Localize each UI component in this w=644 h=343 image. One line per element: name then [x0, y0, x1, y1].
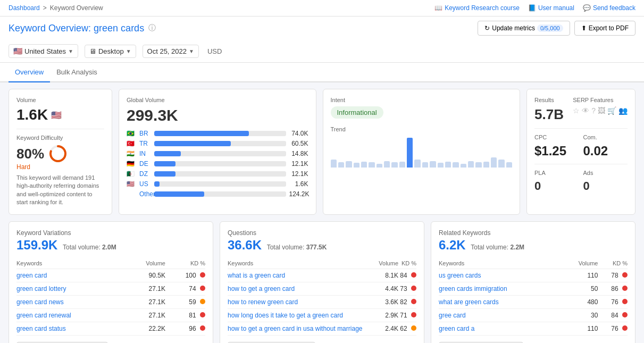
- trend-bar: [331, 160, 337, 168]
- keyword-variations-section: Keyword Variations 159.9K Total volume: …: [9, 221, 213, 343]
- global-volume-value: 299.3K: [127, 106, 308, 124]
- keyword-link[interactable]: green cards immigration: [439, 285, 507, 292]
- breadcrumb-dashboard[interactable]: Dashboard: [9, 4, 40, 12]
- tab-bar: Overview Bulk Analysis: [0, 63, 644, 82]
- keyword-link[interactable]: green card status: [16, 325, 66, 332]
- table-row: green card renewal 27.1K 81: [16, 308, 205, 322]
- kv-table: Keywords Volume KD % green card 90.5K 10…: [16, 258, 205, 336]
- date-filter[interactable]: Oct 25, 2022 ▼: [143, 45, 199, 58]
- table-row: how to get a green card 4.4K 73: [228, 282, 416, 295]
- intent-badge: Informational: [331, 106, 383, 119]
- trend-bar: [422, 162, 428, 168]
- keyword-link[interactable]: gree card: [439, 312, 466, 319]
- desktop-icon: 🖥: [89, 47, 96, 55]
- kd-dot: [200, 272, 205, 278]
- intent-trend-card: Intent Informational Trend: [323, 89, 521, 215]
- keyword-cell: green card a: [439, 322, 563, 335]
- volume-cell: 50: [563, 282, 598, 295]
- chevron-down-icon: ▼: [189, 48, 194, 54]
- kv-count: 159.9K: [16, 238, 57, 252]
- com-value: 0.02: [583, 144, 628, 158]
- trend-bar: [338, 162, 344, 168]
- update-metrics-button[interactable]: ↻ Update metrics 0/5,000: [478, 21, 570, 36]
- star-icon: ☆: [573, 106, 580, 115]
- keyword-link[interactable]: green card: [16, 272, 47, 279]
- kd-dot: [411, 286, 416, 291]
- keyword-cell: us green cards: [439, 269, 563, 282]
- download-icon: ⬆: [581, 24, 587, 32]
- rk-total-label: Total volume: 2.2M: [471, 244, 524, 251]
- user-manual-link[interactable]: 📘 User manual: [528, 4, 574, 12]
- country-filter[interactable]: 🇺🇸 United States ▼: [9, 44, 78, 58]
- send-feedback-link[interactable]: 💬 Send feedback: [583, 4, 635, 12]
- device-filter[interactable]: 🖥 Desktop ▼: [85, 45, 136, 58]
- bar-row: 🇩🇿 DZ 12.1K: [127, 170, 308, 178]
- keyword-cell: green card lottery: [16, 282, 126, 295]
- breadcrumb-current: Keyword Overview: [50, 4, 103, 12]
- trend-bar: [377, 164, 382, 168]
- table-row: us green cards 110 78: [439, 269, 628, 282]
- keyword-link[interactable]: green card a: [439, 325, 474, 332]
- keyword-link[interactable]: how to renew green card: [228, 298, 298, 306]
- keyword-link[interactable]: how long does it take to get a green car…: [228, 312, 343, 319]
- bar-code: US: [139, 180, 151, 188]
- keyword-link[interactable]: what is a green card: [228, 272, 285, 279]
- kd-cell: 78: [598, 269, 628, 282]
- bar-fill: [154, 171, 175, 177]
- table-row: how to get a green card in usa without m…: [228, 322, 416, 335]
- kv-total-label: Total volume: 2.0M: [63, 244, 116, 251]
- chevron-down-icon: ▼: [68, 48, 73, 54]
- kd-cell: 59: [165, 295, 205, 308]
- bar-flag: 🇩🇪: [127, 160, 136, 168]
- trend-label: Trend: [331, 126, 513, 132]
- export-pdf-button[interactable]: ⬆ Export to PDF: [574, 21, 635, 36]
- ads-section: Ads 0: [583, 170, 628, 193]
- q-count: 36.6K: [228, 238, 262, 252]
- trend-bar: [346, 161, 352, 168]
- info-icon[interactable]: ⓘ: [148, 23, 156, 33]
- global-volume-card: Global Volume 299.3K 🇧🇷 BR 74.0K 🇹🇷 TR 6…: [119, 89, 316, 215]
- keyword-cell: how to get a green card in usa without m…: [228, 322, 377, 335]
- keyword-link[interactable]: how to get a green card in usa without m…: [228, 325, 362, 332]
- tab-overview[interactable]: Overview: [9, 63, 50, 82]
- keyword-research-course-link[interactable]: 📖 Keyword Research course: [434, 4, 520, 12]
- com-section: Com. 0.02: [583, 134, 628, 158]
- tab-bulk-analysis[interactable]: Bulk Analysis: [50, 63, 104, 82]
- page-header: Keyword Overview: green cards ⓘ ↻ Update…: [0, 16, 644, 40]
- bar-row: 🇧🇷 BR 74.0K: [127, 130, 308, 137]
- table-row: how to renew green card 3.6K 82: [228, 295, 416, 308]
- keyword-link[interactable]: green card news: [16, 298, 64, 306]
- kd-dot: [200, 299, 205, 304]
- keyword-link[interactable]: us green cards: [439, 272, 481, 279]
- volume-cell: 27.1K: [126, 308, 165, 322]
- kd-cell: 81: [165, 308, 205, 322]
- shopping-icon: 🛒: [607, 106, 616, 115]
- trend-bar: [468, 161, 474, 168]
- trend-bar: [475, 162, 481, 168]
- refresh-icon: ↻: [484, 24, 490, 32]
- page-title: Keyword Overview: green cards: [9, 23, 144, 34]
- bar-bg: [154, 141, 286, 146]
- volume-cell: 90.5K: [126, 269, 165, 282]
- bar-code: TR: [139, 140, 151, 147]
- keyword-cell: what are green cards: [439, 295, 563, 308]
- kd-cell: 84: [398, 269, 416, 282]
- keyword-link[interactable]: green card lottery: [16, 285, 66, 292]
- us-flag-icon: 🇺🇸: [13, 47, 22, 55]
- kd-dot: [411, 312, 416, 317]
- trend-bar: [361, 162, 367, 168]
- currency-label: USD: [207, 47, 222, 55]
- bottom-row: Keyword Variations 159.9K Total volume: …: [9, 221, 635, 343]
- trend-bar: [414, 160, 420, 168]
- bar-fill: [154, 131, 249, 136]
- bar-num: 124.2K: [289, 190, 308, 198]
- keyword-cell: green card renewal: [16, 308, 126, 322]
- keyword-link[interactable]: what are green cards: [439, 298, 499, 306]
- image-icon: 🖼: [598, 106, 605, 115]
- keyword-link[interactable]: green card renewal: [16, 312, 71, 319]
- keyword-link[interactable]: how to get a green card: [228, 285, 295, 292]
- chat-icon: 💬: [583, 4, 591, 12]
- breadcrumb: Dashboard > Keyword Overview: [9, 4, 103, 12]
- trend-bar: [438, 163, 444, 168]
- bar-row: 🇹🇷 TR 60.5K: [127, 140, 308, 147]
